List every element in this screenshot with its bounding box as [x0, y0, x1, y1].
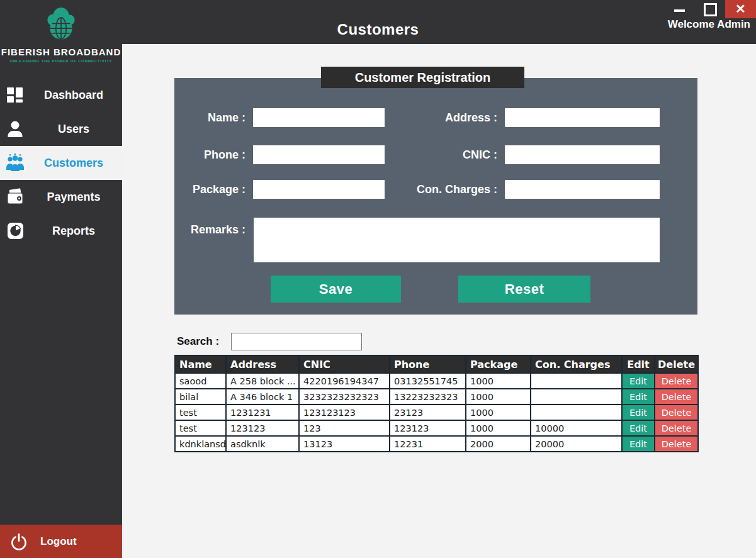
cell-name: kdnklansd	[175, 436, 226, 452]
search-label: Search :	[177, 333, 219, 350]
remarks-textarea[interactable]	[254, 218, 660, 262]
cell-cnic: 13123	[299, 436, 390, 452]
cell-con-charges	[531, 405, 622, 420]
cell-phone: 23123	[390, 405, 466, 420]
table-row: saood A 258 block ... 4220196194347 0313…	[175, 373, 698, 389]
table-row: test 123123 123 123123 1000 10000 Edit D…	[175, 420, 698, 436]
sidebar-item-users[interactable]: Users	[0, 112, 122, 146]
table-row: bilal A 346 block 1 3232323232323 132232…	[175, 389, 698, 405]
delete-button[interactable]: Delete	[655, 420, 698, 436]
edit-button[interactable]: Edit	[622, 373, 655, 389]
header-delete: Delete	[655, 355, 698, 373]
user-icon	[5, 120, 25, 138]
delete-button[interactable]: Delete	[655, 389, 698, 405]
remarks-label: Remarks :	[174, 220, 245, 239]
edit-button[interactable]: Edit	[622, 420, 655, 436]
cell-package: 1000	[466, 373, 531, 389]
customers-group-icon	[5, 153, 25, 172]
wallet-icon	[5, 187, 25, 206]
header-name: Name	[175, 355, 226, 373]
globe-cloud-logo-icon	[0, 6, 122, 45]
power-icon	[10, 533, 28, 550]
delete-button[interactable]: Delete	[655, 405, 698, 420]
cell-address: 123123	[226, 420, 299, 436]
delete-button[interactable]: Delete	[655, 436, 698, 452]
cell-address: 1231231	[226, 405, 299, 420]
save-button[interactable]: Save	[271, 276, 401, 303]
cell-con-charges	[531, 389, 622, 405]
sidebar-item-label: Customers	[25, 146, 122, 180]
cell-con-charges	[531, 373, 622, 389]
sidebar-item-reports[interactable]: Reports	[0, 214, 122, 248]
welcome-text: Welcome Admin	[668, 18, 750, 31]
cnic-input[interactable]	[505, 145, 660, 164]
header-package: Package	[466, 355, 531, 373]
package-input[interactable]	[253, 180, 385, 199]
sidebar-item-label: Payments	[25, 180, 122, 214]
table-row: test 1231231 123123123 23123 1000 Edit D…	[175, 405, 698, 420]
header-address: Address	[226, 355, 299, 373]
con-charges-label: Con. Charges :	[414, 180, 497, 199]
logo-name: FIBERISH BROADBAND	[0, 47, 122, 57]
customers-table: Name Address CNIC Phone Package Con. Cha…	[174, 355, 697, 452]
cell-name: test	[175, 420, 226, 436]
sidebar-item-label: Dashboard	[25, 78, 122, 112]
search-input[interactable]	[231, 333, 362, 350]
name-label: Name :	[174, 108, 245, 127]
cell-cnic: 3232323232323	[299, 389, 390, 405]
dashboard-icon	[5, 86, 25, 104]
cell-phone: 03132551745	[390, 373, 466, 389]
close-button[interactable]: ✕	[725, 0, 756, 18]
address-input[interactable]	[505, 108, 660, 127]
panel-title: Customer Registration	[321, 67, 524, 88]
phone-label: Phone :	[174, 145, 245, 164]
table-header-row: Name Address CNIC Phone Package Con. Cha…	[175, 355, 698, 373]
logout-button[interactable]: Logout	[0, 525, 122, 558]
edit-button[interactable]: Edit	[622, 389, 655, 405]
cell-name: saood	[175, 373, 226, 389]
cell-package: 1000	[466, 420, 531, 436]
phone-input[interactable]	[253, 145, 385, 164]
sidebar-item-customers[interactable]: Customers	[0, 146, 122, 180]
maximize-button[interactable]	[704, 3, 717, 16]
cell-con-charges: 20000	[531, 436, 622, 452]
table-row: kdnklansd asdknlk 13123 12231 2000 20000…	[175, 436, 698, 452]
con-charges-input[interactable]	[505, 180, 660, 199]
cell-package: 1000	[466, 405, 531, 420]
address-label: Address :	[414, 108, 497, 127]
name-input[interactable]	[253, 108, 385, 127]
cell-con-charges: 10000	[531, 420, 622, 436]
cell-name: test	[175, 405, 226, 420]
sidebar-item-payments[interactable]: Payments	[0, 180, 122, 214]
cell-phone: 13223232323	[390, 389, 466, 405]
cell-cnic: 4220196194347	[299, 373, 390, 389]
cell-package: 1000	[466, 389, 531, 405]
cnic-label: CNIC :	[414, 145, 497, 164]
registration-panel: Name : Address : Phone : CNIC : Package …	[174, 78, 697, 315]
sidebar: FIBERISH BROADBAND UNLEASHING THE POWER …	[0, 0, 122, 558]
sidebar-item-label: Users	[25, 112, 122, 146]
header-con-charges: Con. Charges	[531, 355, 622, 373]
pie-chart-icon	[5, 221, 25, 240]
logo: FIBERISH BROADBAND UNLEASHING THE POWER …	[0, 6, 122, 63]
header-cnic: CNIC	[299, 355, 390, 373]
package-label: Package :	[174, 180, 245, 199]
sidebar-item-dashboard[interactable]: Dashboard	[0, 78, 122, 112]
cell-phone: 12231	[390, 436, 466, 452]
app-window: Customers Welcome Admin ✕	[0, 0, 756, 558]
minimize-button[interactable]	[674, 9, 685, 12]
cell-address: asdknlk	[226, 436, 299, 452]
cell-phone: 123123	[390, 420, 466, 436]
reset-button[interactable]: Reset	[458, 276, 590, 303]
sidebar-menu: Dashboard Users	[0, 78, 122, 248]
header-phone: Phone	[390, 355, 466, 373]
cell-cnic: 123123123	[299, 405, 390, 420]
delete-button[interactable]: Delete	[655, 373, 698, 389]
edit-button[interactable]: Edit	[622, 405, 655, 420]
logo-tagline: UNLEASHING THE POWER OF CONNECTIVITY	[0, 59, 122, 63]
cell-package: 2000	[466, 436, 531, 452]
cell-address: A 346 block 1	[226, 389, 299, 405]
logout-label: Logout	[40, 525, 77, 558]
edit-button[interactable]: Edit	[622, 436, 655, 452]
cell-address: A 258 block ...	[226, 373, 299, 389]
